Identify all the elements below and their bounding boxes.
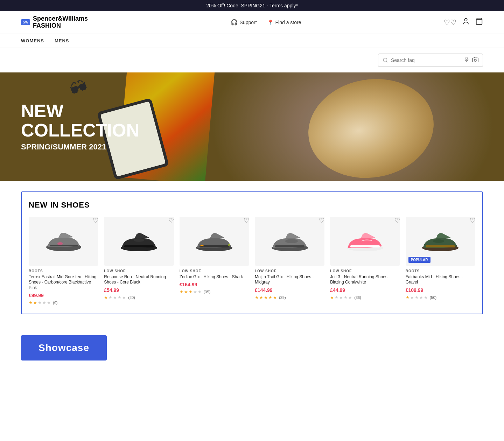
review-count-5: (36) bbox=[354, 295, 361, 300]
product-name-2: Response Run - Neutral Running Shoes - C… bbox=[104, 274, 174, 285]
products-grid: ♡ BOOTS Terrex Eastrail Mid Gore-tex - H… bbox=[29, 217, 475, 306]
search-extra-icons bbox=[464, 57, 478, 64]
store-label: Find a store bbox=[275, 20, 301, 25]
main-nav: WOMENS MENS bbox=[0, 34, 504, 48]
mic-icon[interactable] bbox=[464, 57, 469, 64]
header: SW Spencer&Williams FASHION Support Find… bbox=[0, 11, 504, 34]
hero-content: NEW COLLECTION SPRING/SUMMER 2021 bbox=[0, 102, 160, 152]
svg-rect-14 bbox=[200, 245, 229, 247]
product-card-3[interactable]: ♡ LOW SHOE Zodiac Gtx - Hiking Shoes - S… bbox=[180, 217, 249, 306]
svg-point-6 bbox=[474, 59, 476, 61]
product-name-5: Jolt 3 - Neutral Running Shoes - Blazing… bbox=[330, 274, 400, 285]
wishlist-button-2[interactable]: ♡ bbox=[168, 217, 174, 224]
product-image-1 bbox=[29, 217, 98, 266]
popular-badge: POPULAR bbox=[408, 257, 430, 263]
review-count-2: (20) bbox=[128, 295, 135, 300]
review-count-1: (9) bbox=[53, 301, 57, 305]
svg-rect-9 bbox=[50, 245, 78, 246]
user-icon bbox=[462, 18, 470, 25]
top-banner: 20% Off! Code: SPRING21 - Terms apply* bbox=[0, 0, 504, 11]
svg-point-12 bbox=[134, 238, 144, 242]
product-image-4 bbox=[255, 217, 324, 266]
svg-point-8 bbox=[57, 242, 63, 245]
product-image-3 bbox=[180, 217, 249, 266]
shoe-image-6 bbox=[419, 228, 461, 254]
logo-icon: SW bbox=[21, 19, 30, 25]
showcase-section: Showcase bbox=[0, 328, 504, 374]
product-price-1: £99.99 bbox=[29, 293, 98, 298]
logo-brand: Spencer&Williams bbox=[33, 15, 88, 22]
hero-title-line2: COLLECTION bbox=[21, 121, 139, 140]
camera-icon[interactable] bbox=[472, 57, 478, 64]
product-stars-1: ★ ★ ★ ★ ★ (9) bbox=[29, 300, 98, 305]
product-card-2[interactable]: ♡ LOW SHOE Response Run - Neutral Runnin… bbox=[104, 217, 174, 306]
product-stars-6: ★ ★ ★ ★ ★ (50) bbox=[406, 295, 475, 300]
product-category-3: LOW SHOE bbox=[180, 269, 249, 273]
header-center: Support Find a store bbox=[88, 19, 444, 26]
wishlist-button-4[interactable]: ♡ bbox=[319, 217, 324, 224]
product-card-4[interactable]: ♡ LOW SHOE Mojito Trail Gtx - Hiking Sho… bbox=[255, 217, 324, 306]
product-stars-3: ★ ★ ★ ★ ★ (35) bbox=[180, 289, 249, 294]
shoe-image-3 bbox=[193, 228, 235, 254]
review-count-3: (35) bbox=[204, 290, 211, 294]
product-price-6: £109.99 bbox=[406, 287, 475, 293]
product-image-2 bbox=[104, 217, 174, 266]
showcase-button[interactable]: Showcase bbox=[21, 335, 107, 360]
product-category-6: BOOTS bbox=[406, 269, 475, 273]
products-box: NEW IN SHOES ♡ BOOTS Terrex Eastrail Mid… bbox=[21, 191, 483, 315]
search-input[interactable] bbox=[391, 57, 461, 63]
wishlist-button-1[interactable]: ♡ bbox=[93, 217, 98, 224]
shoe-image-2 bbox=[118, 228, 160, 254]
svg-rect-19 bbox=[350, 245, 380, 247]
cart-icon bbox=[475, 18, 483, 25]
search-bar bbox=[378, 54, 483, 67]
account-button[interactable] bbox=[462, 18, 470, 27]
store-link[interactable]: Find a store bbox=[267, 20, 301, 25]
search-icon bbox=[383, 57, 388, 63]
shoe-image-1 bbox=[43, 228, 85, 254]
product-name-3: Zodiac Gtx - Hiking Shoes - Shark bbox=[180, 274, 249, 280]
products-section: NEW IN SHOES ♡ BOOTS Terrex Eastrail Mid… bbox=[0, 181, 504, 329]
wishlist-button-5[interactable]: ♡ bbox=[394, 217, 400, 224]
product-stars-5: ★ ★ ★ ★ ★ (36) bbox=[330, 295, 400, 300]
product-name-6: Fairbanks Mid - Hiking Shoes - Gravel bbox=[406, 274, 475, 285]
svg-rect-16 bbox=[275, 245, 304, 247]
cart-button[interactable] bbox=[475, 18, 483, 27]
svg-point-0 bbox=[464, 19, 467, 21]
product-price-2: £54.99 bbox=[104, 287, 174, 293]
product-card[interactable]: ♡ BOOTS Terrex Eastrail Mid Gore-tex - H… bbox=[29, 217, 98, 306]
support-link[interactable]: Support bbox=[231, 19, 257, 26]
wishlist-button[interactable]: ♡ bbox=[444, 18, 456, 27]
shoe-image-4 bbox=[269, 228, 311, 254]
review-count-4: (39) bbox=[279, 295, 286, 300]
product-name-4: Mojito Trail Gtx - Hiking Shoes - Midgra… bbox=[255, 274, 324, 285]
nav-mens[interactable]: MENS bbox=[55, 38, 69, 43]
logo[interactable]: SW Spencer&Williams FASHION bbox=[21, 15, 88, 29]
location-icon bbox=[267, 20, 273, 25]
product-category-5: LOW SHOE bbox=[330, 269, 400, 273]
svg-rect-11 bbox=[124, 245, 154, 247]
hero-banner: 🕶 NEW COLLECTION SPRING/SUMMER 2021 bbox=[0, 72, 504, 181]
search-area bbox=[0, 48, 504, 72]
product-image-6: POPULAR bbox=[406, 217, 475, 266]
svg-point-22 bbox=[433, 239, 444, 243]
product-card-5[interactable]: ♡ LOW SHOE Jolt 3 - Neutral Running Shoe… bbox=[330, 217, 400, 306]
svg-rect-3 bbox=[466, 57, 467, 59]
heart-icon: ♡ bbox=[444, 19, 456, 26]
product-price-5: £44.99 bbox=[330, 287, 400, 293]
product-card-6[interactable]: ♡ POPULAR BOOTS Fairbanks Mid - Hiking S… bbox=[406, 217, 475, 306]
review-count-6: (50) bbox=[430, 295, 437, 300]
wishlist-button-3[interactable]: ♡ bbox=[244, 217, 249, 224]
svg-rect-21 bbox=[426, 245, 455, 247]
product-image-5 bbox=[330, 217, 400, 266]
product-stars-4: ★ ★ ★ ★ ★ (39) bbox=[255, 295, 324, 300]
product-price-4: £144.99 bbox=[255, 287, 324, 293]
product-stars-2: ★ ★ ★ ★ ★ (20) bbox=[104, 295, 174, 300]
hero-title-line1: NEW bbox=[21, 102, 139, 121]
hero-subtitle: SPRING/SUMMER 2021 bbox=[21, 142, 139, 152]
svg-point-17 bbox=[285, 239, 298, 243]
nav-womens[interactable]: WOMENS bbox=[21, 38, 44, 43]
product-category-2: LOW SHOE bbox=[104, 269, 174, 273]
logo-text: Spencer&Williams FASHION bbox=[33, 15, 88, 29]
wishlist-button-6[interactable]: ♡ bbox=[470, 217, 475, 224]
